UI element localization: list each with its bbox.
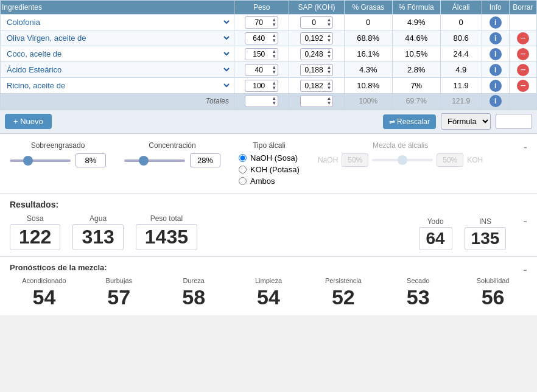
- prono-label-0: Acondicionado: [22, 277, 66, 284]
- table-row: Ácido Esteárico ▲ ▼ ▲ ▼ 4.3%2.8%4.9i−: [1, 62, 537, 78]
- sap-down-0[interactable]: ▼: [327, 23, 332, 27]
- info-button-2[interactable]: i: [490, 48, 502, 60]
- agua-value: 313: [72, 224, 123, 250]
- naoh-label: NaOH: [318, 156, 338, 164]
- naoh-pct: 50%: [342, 153, 368, 167]
- alkali-naoh-row[interactable]: NaOH (Sosa): [239, 153, 300, 163]
- borrar-cell-0: [509, 15, 536, 30]
- peso-down-3[interactable]: ▼: [272, 70, 276, 75]
- formula-select[interactable]: Fórmula Aceite Jabón: [441, 113, 491, 130]
- pronosticos-section: Pronósticos de la mezcla: - Acondicionad…: [0, 257, 537, 315]
- delete-button-2[interactable]: −: [517, 48, 529, 60]
- totales-alcali: 121.9: [440, 94, 482, 109]
- info-button-1[interactable]: i: [490, 32, 502, 44]
- totales-label: Totales: [1, 94, 234, 109]
- concentracion-slider[interactable]: [124, 159, 185, 162]
- prono-value-2: 58: [175, 285, 212, 309]
- alkali-ambos-radio[interactable]: [239, 177, 247, 185]
- ingredient-select-4[interactable]: Ricino, aceite de: [3, 79, 231, 92]
- alkali-ambos-label: Ambos: [250, 177, 275, 186]
- controls-minus-button[interactable]: -: [524, 141, 527, 154]
- grasas-cell-1: 68.8%: [344, 30, 392, 46]
- table-row: Colofonia ▲ ▼ ▲ ▼ 04.9%0i: [1, 15, 537, 30]
- prono-item-1: Burbujas 57: [85, 277, 153, 309]
- prono-label-3: Limpieza: [255, 277, 282, 284]
- borrar-cell-1: −: [509, 30, 536, 46]
- reescalar-button[interactable]: ⇌ Reescalar: [383, 114, 436, 129]
- info-cell-4: i: [482, 78, 509, 94]
- sap-down-1[interactable]: ▼: [327, 38, 332, 43]
- sap-input-0[interactable]: [302, 18, 326, 27]
- sobreengrasado-slider[interactable]: [10, 159, 71, 162]
- peso-input-0[interactable]: [247, 18, 271, 27]
- ingredient-select-1[interactable]: Oliva Virgen, aceite de: [3, 32, 231, 44]
- alcali-cell-2: 24.4: [440, 46, 482, 62]
- peso-input-3[interactable]: [247, 66, 271, 74]
- mezcla-group: Mezcla de álcalis NaOH 50% 50% KOH: [318, 141, 483, 167]
- peso-input-1[interactable]: [247, 34, 271, 43]
- concentracion-value: 28%: [190, 153, 220, 167]
- peso-cell-0: ▲ ▼: [234, 15, 289, 30]
- sap-down-2[interactable]: ▼: [327, 54, 332, 59]
- agua-result: Agua 313: [72, 214, 123, 250]
- grasas-cell-3: 4.3%: [344, 62, 392, 78]
- alkali-koh-radio[interactable]: [239, 166, 247, 173]
- sap-input-4[interactable]: [302, 82, 326, 90]
- formula-cell-0: 4.9%: [392, 15, 440, 30]
- totales-info-cell: i: [482, 94, 509, 109]
- alkali-ambos-row[interactable]: Ambos: [239, 177, 300, 186]
- pronosticos-row: Acondicionado 54 Burbujas 57 Dureza 58 L…: [10, 277, 527, 309]
- pronosticos-minus-button[interactable]: -: [523, 263, 527, 277]
- sap-input-2[interactable]: [302, 50, 326, 58]
- prono-label-2: Dureza: [183, 277, 204, 284]
- peso-down-1[interactable]: ▼: [272, 38, 276, 43]
- peso-down-4[interactable]: ▼: [272, 86, 276, 91]
- prono-item-4: Persistencia 52: [309, 277, 377, 309]
- ingredient-select-2[interactable]: Coco, aceite de: [3, 47, 231, 60]
- sap-down-4[interactable]: ▼: [327, 86, 332, 91]
- sobreengrasado-group: Sobreengrasado 8%: [10, 141, 106, 167]
- info-cell-1: i: [482, 30, 509, 46]
- toolbar: + Nuevo ⇌ Reescalar Fórmula Aceite Jabón…: [0, 109, 537, 134]
- prono-label-5: Secado: [407, 277, 429, 284]
- info-cell-3: i: [482, 62, 509, 78]
- ingredient-select-3[interactable]: Ácido Esteárico: [3, 63, 231, 76]
- mezcla-label: Mezcla de álcalis: [373, 141, 428, 150]
- peso-down-2[interactable]: ▼: [272, 54, 276, 59]
- prono-value-5: 53: [400, 285, 437, 309]
- concentracion-label: Concentración: [149, 141, 195, 150]
- alkali-koh-label: KOH (Potasa): [250, 165, 300, 174]
- borrar-cell-3: −: [509, 62, 536, 78]
- peso-input-2[interactable]: [247, 50, 271, 58]
- sap-input-1[interactable]: [302, 34, 326, 43]
- ins-value: 135: [465, 227, 507, 250]
- results-minus-button[interactable]: -: [523, 214, 527, 228]
- peso-cell-3: ▲ ▼: [234, 62, 289, 78]
- delete-button-3[interactable]: −: [517, 64, 529, 76]
- totales-sap-input[interactable]: 0,2: [302, 97, 326, 105]
- totales-peso-input[interactable]: 1000: [247, 97, 271, 105]
- totales-sap-down[interactable]: ▼: [327, 101, 332, 106]
- peso-input-4[interactable]: [247, 82, 271, 90]
- new-button[interactable]: + Nuevo: [5, 114, 52, 129]
- alkali-koh-row[interactable]: KOH (Potasa): [239, 165, 300, 174]
- totales-info-button[interactable]: i: [490, 95, 502, 107]
- grasas-cell-2: 16.1%: [344, 46, 392, 62]
- sap-input-3[interactable]: [302, 66, 326, 74]
- grasas-cell-4: 10.8%: [344, 78, 392, 94]
- peso-total-value: 1435: [136, 224, 197, 250]
- weight-input[interactable]: 1000gr: [496, 114, 532, 129]
- yodo-result: Yodo 64: [419, 217, 452, 250]
- alkali-naoh-radio[interactable]: [239, 154, 247, 162]
- delete-button-1[interactable]: −: [517, 32, 529, 44]
- sap-down-3[interactable]: ▼: [327, 70, 332, 75]
- totales-peso-down[interactable]: ▼: [272, 101, 276, 106]
- tipo-alcali-label: Tipo álcali: [253, 141, 286, 150]
- ingredient-select-0[interactable]: Colofonia: [3, 16, 231, 29]
- header-alcali: Álcali: [440, 1, 482, 15]
- info-button-4[interactable]: i: [490, 80, 502, 92]
- info-button-3[interactable]: i: [490, 64, 502, 76]
- delete-button-4[interactable]: −: [517, 80, 529, 92]
- peso-down-0[interactable]: ▼: [272, 23, 276, 27]
- info-button-0[interactable]: i: [490, 16, 502, 29]
